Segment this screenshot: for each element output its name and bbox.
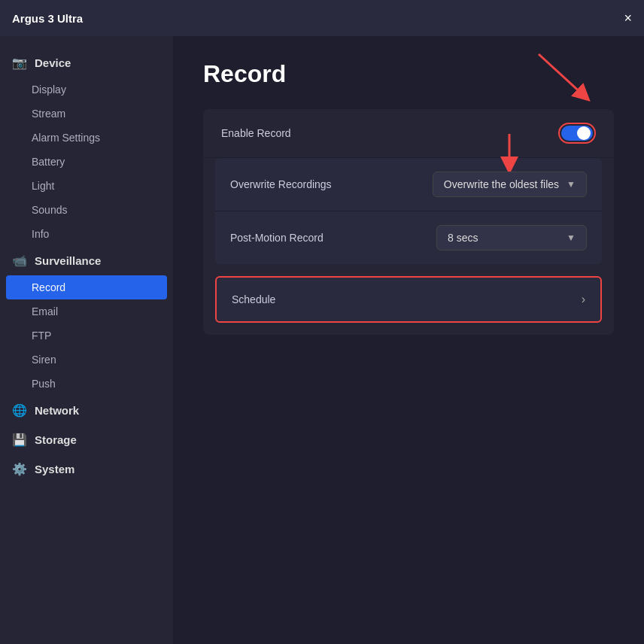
post-motion-record-label: Post-Motion Record (230, 232, 324, 244)
schedule-row[interactable]: Schedule › (215, 276, 602, 323)
gear-icon: ⚙️ (12, 462, 27, 476)
sidebar-section-surveillance-label: Surveillance (35, 254, 101, 267)
enable-record-row: Enable Record (203, 109, 614, 158)
sidebar-item-ftp[interactable]: FTP (0, 324, 173, 348)
overwrite-recordings-value: Overwrite the oldest files (444, 178, 559, 190)
chevron-down-icon-2: ▼ (567, 232, 576, 243)
sidebar-section-storage-label: Storage (35, 433, 77, 446)
camera-icon: 📷 (12, 56, 27, 70)
sidebar-item-display[interactable]: Display (0, 77, 173, 102)
sidebar-item-alarm-settings[interactable]: Alarm Settings (0, 126, 173, 150)
sidebar-section-storage[interactable]: 💾 Storage (0, 425, 173, 454)
sidebar-item-battery[interactable]: Battery (0, 150, 173, 174)
sidebar-item-sounds[interactable]: Sounds (0, 198, 173, 222)
overwrite-recordings-dropdown[interactable]: Overwrite the oldest files ▼ (433, 172, 587, 197)
sidebar-item-light[interactable]: Light (0, 174, 173, 198)
content-wrapper: Record Enable Record (203, 60, 614, 335)
settings-card: Enable Record Overwrite Recordings (203, 109, 614, 335)
sidebar-item-siren[interactable]: Siren (0, 348, 173, 372)
app-title: Argus 3 Ultra (12, 12, 83, 25)
post-motion-record-dropdown[interactable]: 8 secs ▼ (436, 225, 587, 251)
title-bar: Argus 3 Ultra × (0, 0, 644, 36)
enable-record-toggle[interactable] (558, 123, 596, 144)
close-button[interactable]: × (624, 11, 632, 26)
sidebar-section-device[interactable]: 📷 Device (0, 48, 173, 77)
schedule-label: Schedule (232, 293, 275, 305)
enable-record-label: Enable Record (221, 127, 291, 139)
overwrite-recordings-label: Overwrite Recordings (230, 178, 332, 190)
post-motion-record-row: Post-Motion Record 8 secs ▼ (215, 211, 602, 264)
video-icon: 📹 (12, 254, 27, 268)
sidebar-section-system[interactable]: ⚙️ System (0, 454, 173, 484)
annotation-arrow-mid (494, 134, 524, 172)
sidebar-section-device-label: Device (35, 56, 71, 69)
chevron-down-icon: ▼ (567, 179, 576, 190)
sidebar-section-surveillance[interactable]: 📹 Surveillance (0, 246, 173, 275)
sidebar-item-stream[interactable]: Stream (0, 102, 173, 126)
sidebar-item-record[interactable]: Record (6, 275, 167, 299)
app-window: Argus 3 Ultra × 📷 Device Display Stream … (0, 0, 644, 644)
content-area: Record Enable Record (173, 36, 644, 644)
overwrite-recordings-row: Overwrite Recordings (215, 158, 602, 211)
sidebar-section-network[interactable]: 🌐 Network (0, 396, 173, 425)
post-motion-record-value: 8 secs (448, 232, 478, 244)
globe-icon: 🌐 (12, 403, 27, 418)
sidebar-item-info[interactable]: Info (0, 222, 173, 246)
main-layout: 📷 Device Display Stream Alarm Settings B… (0, 36, 644, 644)
sidebar-item-email[interactable]: Email (0, 299, 173, 324)
sidebar-item-push[interactable]: Push (0, 372, 173, 396)
sidebar-section-system-label: System (35, 463, 74, 475)
page-title: Record (203, 60, 614, 88)
chevron-right-icon: › (582, 293, 585, 306)
sidebar-section-network-label: Network (35, 404, 79, 417)
toggle-knob (577, 126, 591, 140)
sidebar: 📷 Device Display Stream Alarm Settings B… (0, 36, 173, 644)
storage-icon: 💾 (12, 433, 27, 447)
sub-settings: Overwrite Recordings (215, 158, 602, 264)
toggle-inner (561, 126, 593, 141)
